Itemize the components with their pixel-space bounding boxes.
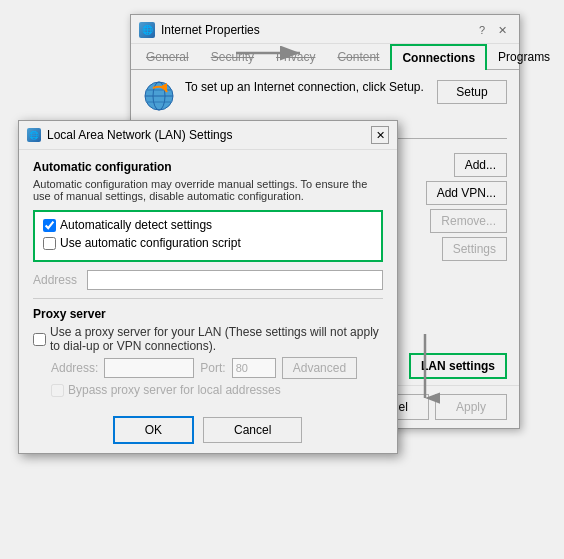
inet-titlebar-controls: ? ✕ <box>473 21 511 39</box>
lan-footer: OK Cancel <box>19 407 397 453</box>
proxy-addr-label: Address: <box>51 361 98 375</box>
lan-cancel-button[interactable]: Cancel <box>203 417 302 443</box>
proxy-port-input[interactable] <box>232 358 276 378</box>
tab-programs[interactable]: Programs <box>487 44 561 70</box>
bypass-label: Bypass proxy server for local addresses <box>68 383 281 397</box>
setup-section: To set up an Internet connection, click … <box>143 80 507 112</box>
auto-detect-label: Automatically detect settings <box>60 218 212 232</box>
bypass-row: Bypass proxy server for local addresses <box>51 383 383 397</box>
remove-button[interactable]: Remove... <box>430 209 507 233</box>
lan-content: Automatic configuration Automatic config… <box>19 150 397 407</box>
inet-tabs: General Security Privacy Content Connect… <box>131 44 519 70</box>
lan-dialog: 🌐 Local Area Network (LAN) Settings ✕ Au… <box>18 120 398 454</box>
advanced-button[interactable]: Advanced <box>282 357 357 379</box>
auto-address-row: Address <box>33 270 383 290</box>
proxy-port-label: Port: <box>200 361 225 375</box>
close-button[interactable]: ✕ <box>493 21 511 39</box>
apply-button[interactable]: Apply <box>435 394 507 420</box>
use-proxy-checkbox[interactable] <box>33 333 46 346</box>
inet-titlebar-left: 🌐 Internet Properties <box>139 22 260 38</box>
auto-detect-checkbox[interactable] <box>43 219 56 232</box>
lan-ok-button[interactable]: OK <box>114 417 193 443</box>
auto-detect-row: Automatically detect settings <box>43 218 373 232</box>
tab-content[interactable]: Content <box>326 44 390 70</box>
use-proxy-label: Use a proxy server for your LAN (These s… <box>50 325 383 353</box>
proxy-addr-row: Address: Port: Advanced <box>51 357 383 379</box>
address-label: Address <box>33 273 81 287</box>
settings-button[interactable]: Settings <box>442 237 507 261</box>
inet-window-title: Internet Properties <box>161 23 260 37</box>
bypass-checkbox[interactable] <box>51 384 64 397</box>
lan-titlebar-left: 🌐 Local Area Network (LAN) Settings <box>27 128 232 142</box>
lan-dialog-title: Local Area Network (LAN) Settings <box>47 128 232 142</box>
auto-config-title: Automatic configuration <box>33 160 383 174</box>
setup-button[interactable]: Setup <box>437 80 507 104</box>
tab-security[interactable]: Security <box>200 44 265 70</box>
add-vpn-button[interactable]: Add VPN... <box>426 181 507 205</box>
lan-titlebar: 🌐 Local Area Network (LAN) Settings ✕ <box>19 121 397 150</box>
address-input[interactable] <box>87 270 383 290</box>
proxy-title: Proxy server <box>33 307 383 321</box>
use-proxy-row: Use a proxy server for your LAN (These s… <box>33 325 383 353</box>
auto-script-checkbox[interactable] <box>43 237 56 250</box>
help-button[interactable]: ? <box>473 21 491 39</box>
auto-script-row: Use automatic configuration script <box>43 236 373 250</box>
lan-settings-button[interactable]: LAN settings <box>409 353 507 379</box>
auto-script-label: Use automatic configuration script <box>60 236 241 250</box>
inet-titlebar: 🌐 Internet Properties ? ✕ <box>131 15 519 44</box>
auto-config-section: Automatic configuration Automatic config… <box>33 160 383 290</box>
tab-privacy[interactable]: Privacy <box>265 44 326 70</box>
inet-window-icon: 🌐 <box>139 22 155 38</box>
auto-config-desc: Automatic configuration may override man… <box>33 178 383 202</box>
lan-close-button[interactable]: ✕ <box>371 126 389 144</box>
auto-config-box: Automatically detect settings Use automa… <box>33 210 383 262</box>
add-button[interactable]: Add... <box>454 153 507 177</box>
setup-text: To set up an Internet connection, click … <box>185 80 427 94</box>
tab-general[interactable]: General <box>135 44 200 70</box>
globe-icon <box>143 80 175 112</box>
proxy-section: Proxy server Use a proxy server for your… <box>33 298 383 397</box>
proxy-addr-input[interactable] <box>104 358 194 378</box>
tab-connections[interactable]: Connections <box>390 44 487 70</box>
lan-dialog-icon: 🌐 <box>27 128 41 142</box>
